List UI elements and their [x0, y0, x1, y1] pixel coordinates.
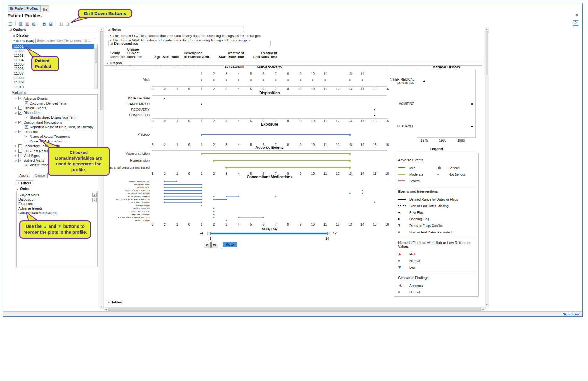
variable-row[interactable]: ✓Dictionary-Derived Term	[12, 101, 97, 105]
scroll-up-icon[interactable]: ▲	[485, 28, 489, 31]
note-bullet: •The domain ECG Test Results does not co…	[110, 34, 262, 38]
svg-text:Study Day: Study Day	[262, 227, 278, 231]
scroll-thumb[interactable]	[486, 31, 488, 75]
auto-scale-button[interactable]: Auto	[223, 242, 237, 247]
zoom-out-button[interactable]: ⊖	[211, 242, 218, 248]
variable-checkbox[interactable]: ✓	[18, 159, 22, 162]
expand-open-icon[interactable]	[14, 159, 17, 162]
variable-checkbox[interactable]: ✓	[18, 121, 22, 124]
patient-list-item[interactable]: 11010	[12, 85, 94, 89]
patient-list-scrollbar[interactable]: ▲ ▼	[94, 44, 97, 89]
patient-list-item[interactable]: 11008	[12, 76, 94, 80]
variable-checkbox[interactable]: ✓	[18, 97, 22, 100]
variable-checkbox[interactable]: ✓	[25, 135, 28, 138]
move-up-button[interactable]: ▲	[92, 193, 97, 197]
drill-down-ae-icon[interactable]: ◩	[41, 21, 47, 26]
svg-text:2: 2	[213, 72, 215, 76]
scroll-down-icon[interactable]: ▼	[485, 303, 489, 307]
variable-checkbox[interactable]: ✓	[25, 116, 28, 119]
variable-checkbox[interactable]	[18, 154, 22, 157]
scroll-left-icon[interactable]: ◀	[105, 308, 107, 311]
filters-section-header[interactable]: Filters	[16, 180, 33, 185]
variable-checkbox[interactable]: ✓	[25, 164, 28, 167]
svg-text:12: 12	[336, 87, 339, 91]
variable-row[interactable]: ✓Standardized Disposition Term	[12, 115, 97, 120]
variable-checkbox[interactable]: ✓	[25, 101, 28, 105]
status-link[interactable]: Nicardipine	[563, 312, 580, 316]
order-list-item[interactable]: Subject Visits	[17, 193, 97, 197]
patient-list-item[interactable]: 11002	[12, 49, 94, 53]
order-list-item[interactable]: Adverse Events	[17, 206, 97, 211]
disclosure-icon	[15, 112, 17, 114]
tab-report[interactable]	[41, 5, 49, 12]
variable-row[interactable]: ✓Name of Actual Treatment	[12, 134, 97, 139]
variable-row[interactable]: Clinical Events	[12, 105, 97, 110]
question-icon: ?	[398, 223, 400, 228]
help-button[interactable]: ?	[573, 20, 578, 26]
legend-section: Numeric Findings with High or Low Refere…	[398, 238, 475, 273]
scroll-thumb[interactable]	[108, 308, 481, 311]
profile-settings-icon[interactable]: ▤	[8, 21, 13, 26]
variable-row[interactable]: ✓Concomitant Medications	[12, 120, 97, 125]
expand-closed-icon[interactable]	[14, 145, 17, 147]
patient-list-item[interactable]: 11001	[12, 44, 94, 49]
order-list-item[interactable]: Exposure	[17, 201, 97, 206]
variable-checkbox[interactable]	[18, 106, 22, 110]
variable-checkbox[interactable]	[18, 149, 22, 153]
options-section-header[interactable]: Options	[8, 27, 101, 32]
patient-search-input[interactable]	[35, 38, 97, 43]
variable-row[interactable]: ✓Adverse Events	[12, 96, 97, 101]
scroll-down-icon[interactable]: ▼	[100, 305, 103, 308]
blue-report-icon[interactable]: ▧	[31, 21, 37, 26]
slider-right-handle[interactable]	[327, 232, 330, 235]
variable-checkbox[interactable]: ✓	[25, 125, 28, 129]
variable-checkbox[interactable]	[25, 140, 28, 143]
display-section-header[interactable]: Display	[11, 33, 100, 38]
variable-checkbox[interactable]: ✓	[18, 111, 22, 115]
expand-open-icon[interactable]	[14, 131, 17, 133]
main-horizontal-scrollbar[interactable]: ◀ ▶	[104, 307, 485, 311]
expand-open-icon[interactable]	[14, 121, 17, 123]
patient-list-item[interactable]: 11007	[12, 71, 94, 76]
red-report-icon[interactable]: ▥	[24, 21, 30, 26]
close-icon[interactable]: ✕	[575, 13, 579, 17]
bullet-icon: •	[110, 34, 111, 38]
zoom-in-button[interactable]: ⊕	[204, 242, 211, 248]
expand-closed-icon[interactable]	[14, 154, 17, 157]
expand-open-icon[interactable]	[14, 97, 17, 99]
variable-row[interactable]: ✓Exposure	[12, 129, 97, 134]
expand-closed-icon[interactable]	[14, 107, 17, 109]
cancel-button[interactable]: Cancel	[33, 173, 48, 178]
scroll-up-icon[interactable]: ▲	[100, 28, 103, 31]
variable-row[interactable]: ✓Reported Name of Drug, Med, or Therapy	[12, 125, 97, 129]
scroll-up-icon[interactable]: ▲	[94, 44, 97, 47]
order-section-header[interactable]: Order	[16, 186, 38, 191]
variable-row[interactable]: ✓Disposition	[12, 110, 97, 115]
slider-left-handle[interactable]	[208, 232, 211, 235]
scroll-right-icon[interactable]: ▶	[483, 308, 484, 311]
patient-list-item[interactable]: 11009	[12, 80, 94, 84]
variable-checkbox[interactable]	[18, 144, 22, 148]
dot-icon	[398, 231, 400, 233]
expand-open-icon[interactable]	[14, 112, 17, 114]
data-table-icon[interactable]: ▦	[18, 21, 24, 26]
svg-text:Adverse Events: Adverse Events	[255, 145, 284, 150]
notes-section-header[interactable]: Notes	[106, 27, 244, 32]
scroll-thumb[interactable]	[100, 31, 103, 110]
tab-patient-profiles[interactable]: Patient Profiles	[8, 5, 41, 12]
svg-text:13: 13	[348, 87, 352, 91]
scroll-down-icon[interactable]: ▼	[94, 86, 97, 89]
tables-section-header[interactable]: Tables	[106, 300, 123, 304]
move-down-button[interactable]: ▼	[92, 198, 97, 202]
order-list-item[interactable]: Disposition	[17, 197, 97, 201]
apply-button[interactable]: Apply	[18, 173, 30, 178]
order-list-item[interactable]: Concomitant Medications	[17, 211, 97, 215]
legend-item: High	[398, 251, 475, 257]
scroll-thumb[interactable]	[95, 48, 97, 63]
study-day-range-slider[interactable]	[207, 232, 330, 235]
expand-closed-icon[interactable]	[14, 150, 17, 152]
variable-checkbox[interactable]: ✓	[18, 130, 22, 133]
main-vertical-scrollbar[interactable]: ▲ ▼	[485, 27, 489, 307]
drill-down-cm-icon[interactable]: ◪	[48, 21, 54, 26]
variable-row[interactable]: Dose per Administration	[12, 139, 97, 144]
